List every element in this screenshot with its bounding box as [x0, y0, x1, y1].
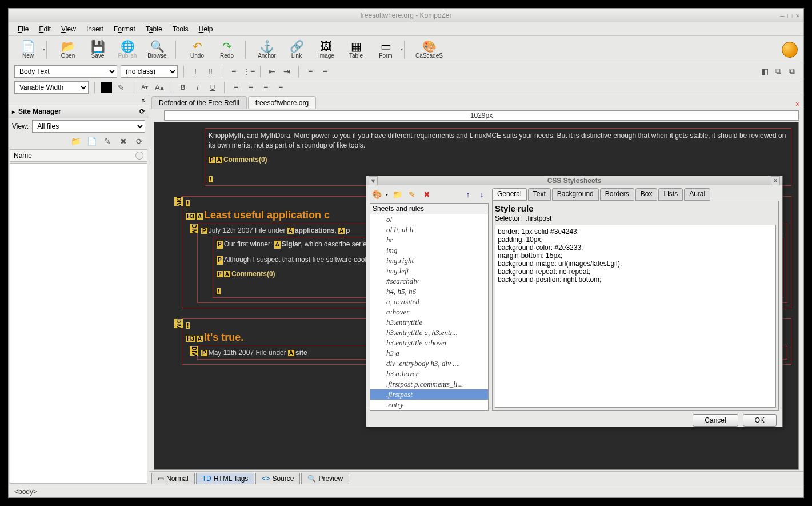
dl-icon[interactable]: ≡ — [305, 66, 316, 77]
file-tree[interactable] — [10, 163, 147, 484]
outdent-icon[interactable]: ⇤ — [266, 66, 278, 77]
name-column-header[interactable]: Name — [10, 149, 147, 162]
edit-icon[interactable]: ✎ — [102, 136, 113, 147]
align-right-icon[interactable]: ≡ — [260, 82, 271, 93]
align-left-icon[interactable]: ≡ — [230, 82, 242, 93]
decrease-font-icon[interactable]: A▾ — [139, 82, 150, 93]
folder2-icon[interactable]: 📁 — [391, 189, 403, 200]
rule-item[interactable]: #searchdiv — [370, 276, 488, 286]
menu-help[interactable]: Help — [194, 24, 218, 34]
csstab-general[interactable]: General — [492, 188, 527, 201]
cancel-button[interactable]: Cancel — [693, 414, 738, 427]
down-arrow-icon[interactable]: ↓ — [476, 189, 487, 200]
refresh-icon[interactable]: ⟳ — [134, 136, 145, 147]
folder-icon[interactable]: 📁 — [70, 136, 81, 147]
menu-tools[interactable]: Tools — [168, 24, 193, 34]
rule-item[interactable]: ol li, ul li — [370, 225, 488, 235]
table-button[interactable]: ▦Table — [342, 38, 370, 62]
open-button[interactable]: 📂Open — [54, 38, 82, 62]
remove-icon[interactable]: ✖ — [421, 189, 433, 200]
rule-item[interactable]: a, a:visited — [370, 297, 488, 307]
new-page-icon[interactable]: 📄 — [86, 136, 97, 147]
csstab-background[interactable]: Background — [552, 188, 599, 201]
rule-item[interactable]: a:hover — [370, 307, 488, 317]
viewtab-normal[interactable]: ▭Normal — [151, 473, 195, 484]
save-button[interactable]: 💾Save — [84, 38, 111, 62]
browse-button[interactable]: 🔍Browse — [143, 38, 171, 62]
indent-icon[interactable]: ⇥ — [281, 66, 293, 77]
dialog-titlebar[interactable]: ▾ CSS Stylesheets × — [366, 176, 782, 185]
rule-item[interactable]: .firstpost p.comments_li... — [370, 379, 488, 389]
pencil-icon[interactable]: ✎ — [406, 189, 418, 200]
menu-view[interactable]: View — [57, 24, 81, 34]
align-justify-icon[interactable]: ≡ — [275, 82, 286, 93]
strong-icon[interactable]: !! — [205, 66, 216, 77]
minimize-icon[interactable]: – — [780, 11, 784, 20]
csstab-text[interactable]: Text — [528, 188, 551, 201]
publish-button[interactable]: 🌐Publish — [114, 38, 141, 62]
rule-item[interactable]: ol — [370, 214, 488, 225]
menu-file[interactable]: File — [13, 24, 33, 34]
link-button[interactable]: 🔗Link — [283, 38, 310, 62]
up-arrow-icon[interactable]: ↑ — [462, 189, 474, 200]
ul-icon[interactable]: ⋮≡ — [243, 66, 254, 77]
menu-insert[interactable]: Insert — [82, 24, 108, 34]
rule-item[interactable]: img.left — [370, 266, 488, 276]
panel-close-icon[interactable]: × — [141, 97, 145, 105]
new-button[interactable]: 📄New▾ — [14, 38, 42, 62]
class-select[interactable]: (no class) — [121, 65, 178, 78]
cascades-button[interactable]: 🎨CaScadeS — [412, 38, 446, 62]
tab-defender[interactable]: Defender of the Free Refill — [151, 96, 247, 109]
undo-button[interactable]: ↶Undo — [183, 38, 211, 62]
csstab-box[interactable]: Box — [635, 188, 658, 201]
csstab-aural[interactable]: Aural — [684, 188, 710, 201]
rule-item[interactable]: h3.entrytitle a, h3.entr... — [370, 328, 488, 338]
maximize-icon[interactable]: □ — [788, 11, 793, 20]
palette-icon[interactable]: 🎨 — [371, 189, 382, 200]
redo-button[interactable]: ↷Redo — [213, 38, 241, 62]
dialog-close-icon[interactable]: × — [771, 176, 780, 185]
em-icon[interactable]: ! — [190, 66, 201, 77]
image-button[interactable]: 🖼Image — [313, 38, 340, 62]
ruler[interactable]: 1029px — [164, 110, 799, 121]
tab-close-icon[interactable]: × — [795, 99, 800, 109]
menu-table[interactable]: Table — [141, 24, 167, 34]
dt-icon[interactable]: ≡ — [319, 66, 331, 77]
bg-color-icon[interactable]: ✎ — [115, 82, 127, 93]
tool-a-icon[interactable]: ◧ — [759, 66, 770, 77]
dialog-minimize-icon[interactable]: ▾ — [369, 176, 378, 185]
rule-item[interactable]: h4, h5, h6 — [370, 286, 488, 297]
bold-icon[interactable]: B — [177, 82, 189, 93]
menu-edit[interactable]: Edit — [34, 24, 55, 34]
increase-font-icon[interactable]: A▴ — [154, 82, 165, 93]
anchor-button[interactable]: ⚓Anchor — [253, 38, 281, 62]
font-select[interactable]: Variable Width — [14, 81, 89, 94]
form-button[interactable]: ▭Form▾ — [372, 38, 399, 62]
underline-icon[interactable]: U — [207, 82, 218, 93]
rule-item[interactable]: h3.entrytitle — [370, 317, 488, 328]
rule-item[interactable]: h3 a:hover — [370, 369, 488, 379]
site-manager-header[interactable]: Site Manager⟳ — [9, 105, 149, 118]
rule-item[interactable]: hr — [370, 235, 488, 245]
css-rule-textarea[interactable] — [495, 225, 776, 408]
fg-color-icon[interactable] — [101, 82, 112, 93]
rule-item[interactable]: img.right — [370, 256, 488, 266]
view-select[interactable]: All files — [32, 120, 145, 133]
tool-c-icon[interactable]: ⧉ — [786, 66, 798, 77]
column-picker-icon[interactable] — [135, 152, 143, 160]
close-icon[interactable]: × — [795, 11, 800, 20]
csstab-lists[interactable]: Lists — [658, 188, 683, 201]
rule-item[interactable]: .firstpost — [370, 389, 488, 400]
rule-item[interactable]: div .entrybody h3, div .... — [370, 358, 488, 369]
rules-list[interactable]: olol li, ul lihrimgimg.rightimg.left#sea… — [370, 214, 489, 411]
align-center-icon[interactable]: ≡ — [245, 82, 257, 93]
delete-icon[interactable]: ✖ — [118, 136, 129, 147]
rule-item[interactable]: h3 a — [370, 348, 488, 358]
tool-b-icon[interactable]: ⧉ — [773, 66, 784, 77]
tab-freesoftwhere[interactable]: freesoftwhere.org — [248, 96, 316, 109]
menu-format[interactable]: Format — [109, 24, 140, 34]
paragraph-format-select[interactable]: Body Text — [14, 65, 117, 78]
rule-item[interactable]: h3.entrytitle a:hover — [370, 338, 488, 348]
rule-item[interactable]: .entry — [370, 400, 488, 410]
csstab-borders[interactable]: Borders — [600, 188, 634, 201]
